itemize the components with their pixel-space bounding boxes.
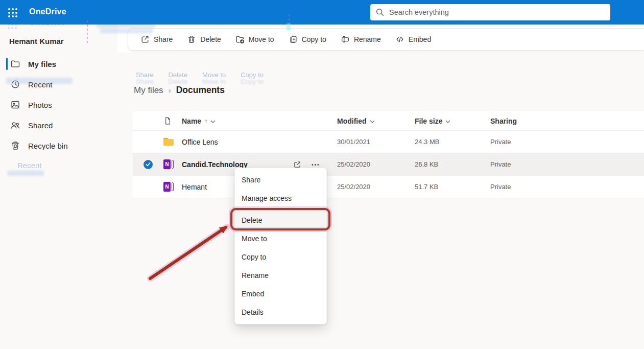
rename-icon xyxy=(341,35,350,44)
artifact-ghost-toolbar: Share Delete Move to Copy to xyxy=(136,78,264,85)
artifact-smudge xyxy=(7,171,44,176)
file-type-column-icon xyxy=(163,117,172,125)
toolbar-copy-to-button[interactable]: Copy to xyxy=(281,32,333,47)
sidebar-item-recycle-bin[interactable]: Recycle bin xyxy=(0,135,117,156)
context-menu-item-move-to[interactable]: Move to xyxy=(235,229,326,248)
context-menu-divider xyxy=(235,209,326,210)
onedrive-app: OneDrive OneDrive Recent Share Delete Mo… xyxy=(0,0,644,349)
file-size: 26.8 KB xyxy=(415,160,490,168)
chevron-down-icon xyxy=(445,120,450,123)
file-size: 51.7 KB xyxy=(415,183,490,191)
file-sharing: Private xyxy=(490,138,567,146)
trash-icon xyxy=(187,35,196,44)
sidebar-item-label: My files xyxy=(28,60,56,68)
app-launcher-button[interactable] xyxy=(6,6,19,19)
chevron-down-icon xyxy=(210,120,216,123)
toolbar-delete-button[interactable]: Delete xyxy=(180,32,228,47)
file-list: Name ↑ Modified File size Sharing Office… xyxy=(133,111,644,198)
context-menu-item-embed[interactable]: Embed xyxy=(235,285,326,303)
context-menu: Share Manage access Delete Move to Copy … xyxy=(234,168,327,324)
top-header-bar: OneDrive xyxy=(0,0,644,25)
column-header-sharing[interactable]: Sharing xyxy=(490,117,567,125)
artifact-smudge xyxy=(100,29,153,33)
column-header-name[interactable]: Name ↑ xyxy=(182,117,337,125)
annotation-arrow xyxy=(144,217,236,283)
context-menu-item-delete[interactable]: Delete xyxy=(235,211,326,229)
artifact-cyan-blob xyxy=(287,24,291,31)
people-icon xyxy=(10,120,20,130)
artifact-smudge xyxy=(6,78,73,84)
artifact-pink-line xyxy=(289,14,290,25)
file-name: Office Lens xyxy=(182,138,218,146)
file-modified: 25/02/2020 xyxy=(337,160,415,168)
column-header-modified[interactable]: Modified xyxy=(337,117,415,125)
sidebar-nav: My files Recent Photos Shared Recycle bi… xyxy=(0,54,117,156)
sidebar-item-shared[interactable]: Shared xyxy=(0,115,117,135)
app-title[interactable]: OneDrive xyxy=(29,7,66,16)
onenote-icon: N xyxy=(163,159,174,170)
onenote-icon: N xyxy=(163,182,174,192)
context-menu-item-manage-access[interactable]: Manage access xyxy=(235,189,326,207)
folder-icon xyxy=(10,59,20,69)
breadcrumb-my-files[interactable]: My files xyxy=(134,85,163,96)
artifact-pink-line xyxy=(87,20,88,44)
file-list-header: Name ↑ Modified File size Sharing xyxy=(133,111,644,131)
selected-check-icon[interactable] xyxy=(144,160,153,169)
toolbar-button-label: Move to xyxy=(249,35,274,43)
sidebar-item-label: Shared xyxy=(28,121,53,130)
search-box[interactable] xyxy=(370,4,610,20)
sidebar-item-recent[interactable]: Recent xyxy=(0,74,117,95)
sidebar-item-label: Photos xyxy=(28,101,52,109)
search-input[interactable] xyxy=(389,8,605,16)
sidebar-item-my-files[interactable]: My files xyxy=(0,54,117,74)
file-size: 24.3 MB xyxy=(415,138,490,146)
breadcrumb: My files › Documents xyxy=(134,85,225,96)
breadcrumb-separator-icon: › xyxy=(169,86,171,95)
toolbar-embed-button[interactable]: Embed xyxy=(388,32,438,47)
file-row-candid-technology[interactable]: N Candid.Technology ••• 25/02/2020 26.8 … xyxy=(133,153,644,176)
breadcrumb-current-page: Documents xyxy=(176,85,225,96)
share-icon xyxy=(140,35,150,44)
code-icon xyxy=(395,35,404,44)
file-row-hemant[interactable]: N Hemant 25/02/2020 51.7 KB Private xyxy=(133,176,644,198)
sidebar: Hemant Kumar My files Recent Photos Shar… xyxy=(0,25,117,349)
trash-icon xyxy=(10,141,20,151)
file-sharing: Private xyxy=(490,183,567,191)
context-menu-item-details[interactable]: Details xyxy=(235,303,326,321)
copy-to-icon xyxy=(289,35,298,44)
column-header-file-size[interactable]: File size xyxy=(415,117,490,125)
context-menu-item-share[interactable]: Share xyxy=(235,171,326,189)
move-to-icon xyxy=(235,35,245,44)
user-name: Hemant Kumar xyxy=(0,25,117,45)
row-more-actions-icon[interactable]: ••• xyxy=(312,161,320,167)
file-sharing: Private xyxy=(490,160,567,168)
file-modified: 30/01/2021 xyxy=(337,138,415,146)
app-launcher-icon xyxy=(8,8,17,17)
file-modified: 25/02/2020 xyxy=(337,183,415,191)
file-name: Hemant xyxy=(182,183,207,191)
toolbar-button-label: Share xyxy=(154,35,173,43)
toolbar-share-button[interactable]: Share xyxy=(133,32,180,47)
toolbar-button-label: Embed xyxy=(409,35,431,43)
toolbar-move-to-button[interactable]: Move to xyxy=(228,32,281,47)
sidebar-item-label: Recycle bin xyxy=(28,142,68,150)
context-menu-item-copy-to[interactable]: Copy to xyxy=(235,248,326,266)
artifact-ghost-recent: Recent xyxy=(17,161,42,170)
toolbar-button-label: Rename xyxy=(354,35,381,43)
sort-ascending-icon: ↑ xyxy=(204,118,207,125)
sidebar-item-photos[interactable]: Photos xyxy=(0,95,117,115)
context-menu-item-rename[interactable]: Rename xyxy=(235,266,326,285)
search-icon xyxy=(375,8,385,17)
file-row-office-lens[interactable]: Office Lens 30/01/2021 24.3 MB Private xyxy=(133,131,644,153)
folder-icon xyxy=(163,138,174,146)
image-icon xyxy=(10,100,20,110)
toolbar-button-label: Delete xyxy=(200,35,221,43)
toolbar-rename-button[interactable]: Rename xyxy=(333,32,388,47)
toolbar-button-label: Copy to xyxy=(302,35,326,43)
chevron-down-icon xyxy=(370,120,375,123)
command-toolbar: Share Delete Move to Copy to Rename Embe… xyxy=(128,28,644,51)
